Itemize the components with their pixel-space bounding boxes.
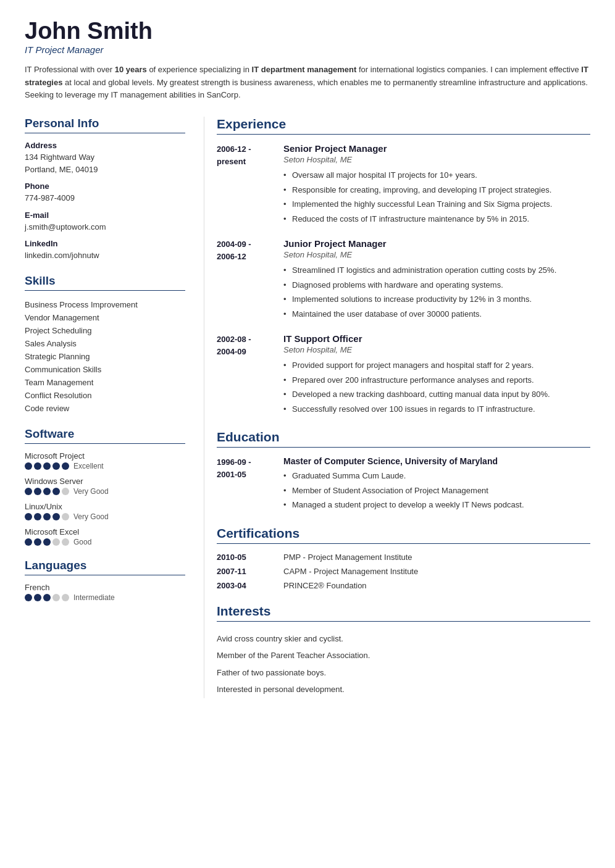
phone-label: Phone bbox=[25, 182, 185, 191]
experience-item: 2006-12 - present Senior Project Manager… bbox=[217, 143, 590, 226]
software-name: Microsoft Project bbox=[25, 451, 185, 461]
experience-item: 2004-09 - 2006-12 Junior Project Manager… bbox=[217, 238, 590, 321]
dots-row: Good bbox=[25, 538, 185, 546]
cert-item: 2003-04 PRINCE2® Foundation bbox=[217, 581, 590, 590]
languages-heading: Languages bbox=[25, 559, 185, 575]
education-heading: Education bbox=[217, 430, 590, 448]
company: Seton Hospital, ME bbox=[283, 345, 590, 354]
cert-name: PRINCE2® Foundation bbox=[283, 581, 367, 590]
dot-filled bbox=[34, 513, 41, 520]
dot-label: Excellent bbox=[73, 462, 104, 470]
candidate-title: IT Project Manager bbox=[25, 44, 590, 55]
cert-date: 2003-04 bbox=[217, 581, 272, 590]
exp-details: IT Support Officer Seton Hospital, ME Pr… bbox=[283, 333, 590, 416]
list-item: Interested in personal development. bbox=[217, 681, 590, 698]
dot-filled bbox=[43, 538, 51, 546]
list-item: Reduced the costs of IT infrastructure m… bbox=[283, 212, 590, 227]
company: Seton Hospital, ME bbox=[283, 155, 590, 164]
certifications-heading: Certifications bbox=[217, 526, 590, 544]
right-column: Experience 2006-12 - present Senior Proj… bbox=[204, 117, 590, 698]
address-label: Address bbox=[25, 141, 185, 150]
phone-value: 774-987-4009 bbox=[25, 192, 185, 204]
software-item: Windows Server Very Good bbox=[25, 477, 185, 496]
cert-item: 2010-05 PMP - Project Management Institu… bbox=[217, 553, 590, 562]
software-name: Microsoft Excel bbox=[25, 527, 185, 536]
list-item: Code review bbox=[25, 402, 185, 415]
list-item: Developed a new tracking dashboard, cutt… bbox=[283, 387, 590, 402]
email-value: j.smith@uptowork.com bbox=[25, 221, 185, 233]
address-block: Address 134 Rightward Way Portland, ME, … bbox=[25, 141, 185, 175]
cert-name: PMP - Project Management Institute bbox=[283, 553, 412, 562]
exp-dates: 2006-12 - present bbox=[217, 143, 272, 226]
list-item: Business Process Improvement bbox=[25, 298, 185, 311]
software-item: Microsoft Project Excellent bbox=[25, 451, 185, 470]
dot-filled bbox=[43, 462, 51, 470]
list-item: Provided support for project managers an… bbox=[283, 358, 590, 373]
exp-dates: 2004-09 - 2006-12 bbox=[217, 238, 272, 321]
dot-empty bbox=[52, 538, 60, 546]
main-layout: Personal Info Address 134 Rightward Way … bbox=[25, 117, 590, 698]
list-item: Streamlined IT logistics and administrat… bbox=[283, 263, 590, 278]
dot-filled bbox=[43, 488, 51, 495]
skills-heading: Skills bbox=[25, 274, 185, 291]
list-item: Member of the Parent Teacher Association… bbox=[217, 647, 590, 664]
bullets-list: Oversaw all major hospital IT projects f… bbox=[283, 168, 590, 226]
software-name: Linux/Unix bbox=[25, 502, 185, 511]
interests-heading: Interests bbox=[217, 604, 590, 622]
dot-filled bbox=[52, 513, 60, 520]
email-block: E-mail j.smith@uptowork.com bbox=[25, 211, 185, 233]
dot-label: Very Good bbox=[73, 487, 109, 496]
education-item: 1996-09 - 2001-05 Master of Computer Sci… bbox=[217, 456, 590, 512]
list-item: Maintained the user database of over 300… bbox=[283, 307, 590, 322]
dot-filled bbox=[25, 488, 32, 495]
date-end: 2004-09 bbox=[217, 347, 246, 356]
interests-list: Avid cross country skier and cyclist. Me… bbox=[217, 630, 590, 698]
dots-row: Very Good bbox=[25, 487, 185, 496]
software-name: Windows Server bbox=[25, 477, 185, 486]
list-item: Oversaw all major hospital IT projects f… bbox=[283, 168, 590, 183]
list-item: Sales Analysis bbox=[25, 337, 185, 350]
personal-info-heading: Personal Info bbox=[25, 117, 185, 133]
dot-filled bbox=[43, 594, 51, 601]
dot-filled bbox=[34, 488, 41, 495]
job-title: IT Support Officer bbox=[283, 333, 590, 344]
date-start: 2002-08 - bbox=[217, 335, 251, 344]
list-item: Graduated Summa Cum Laude. bbox=[283, 469, 590, 483]
edu-degree: Master of Computer Science, University o… bbox=[283, 456, 590, 466]
address-line1: 134 Rightward Way bbox=[25, 151, 185, 164]
date-start: 2004-09 - bbox=[217, 240, 251, 249]
list-item: Prepared over 200 infrastructure perform… bbox=[283, 373, 590, 388]
list-item: Team Management bbox=[25, 376, 185, 389]
list-item: Father of two passionate boys. bbox=[217, 664, 590, 682]
language-item: French Intermediate bbox=[25, 583, 185, 602]
list-item: Managed a student project to develop a w… bbox=[283, 498, 590, 512]
linkedin-label: LinkedIn bbox=[25, 239, 185, 248]
dot-filled bbox=[34, 462, 41, 470]
date-end: 2006-12 bbox=[217, 252, 246, 261]
date-start: 2006-12 - bbox=[217, 144, 251, 154]
summary-text: IT Professional with over 10 years of ex… bbox=[25, 64, 590, 102]
software-item: Linux/Unix Very Good bbox=[25, 502, 185, 521]
job-title: Junior Project Manager bbox=[283, 238, 590, 249]
dot-filled bbox=[52, 462, 60, 470]
edu-dates: 1996-09 - 2001-05 bbox=[217, 456, 272, 512]
experience-item: 2002-08 - 2004-09 IT Support Officer Set… bbox=[217, 333, 590, 416]
exp-dates: 2002-08 - 2004-09 bbox=[217, 333, 272, 416]
dot-label: Good bbox=[73, 538, 91, 546]
dot-filled bbox=[62, 462, 69, 470]
dots-row: Intermediate bbox=[25, 593, 185, 602]
dot-filled bbox=[25, 462, 32, 470]
list-item: Strategic Planning bbox=[25, 350, 185, 363]
dot-filled bbox=[25, 594, 32, 601]
skills-list: Business Process Improvement Vendor Mana… bbox=[25, 298, 185, 415]
list-item: Diagnosed problems with hardware and ope… bbox=[283, 278, 590, 293]
software-item: Microsoft Excel Good bbox=[25, 527, 185, 546]
list-item: Responsible for creating, improving, and… bbox=[283, 183, 590, 198]
dot-empty bbox=[62, 538, 69, 546]
cert-name: CAPM - Project Management Institute bbox=[283, 567, 418, 576]
dot-empty bbox=[52, 594, 60, 601]
experience-heading: Experience bbox=[217, 117, 590, 135]
dots-row: Excellent bbox=[25, 462, 185, 470]
list-item: Communication Skills bbox=[25, 363, 185, 376]
email-label: E-mail bbox=[25, 211, 185, 220]
